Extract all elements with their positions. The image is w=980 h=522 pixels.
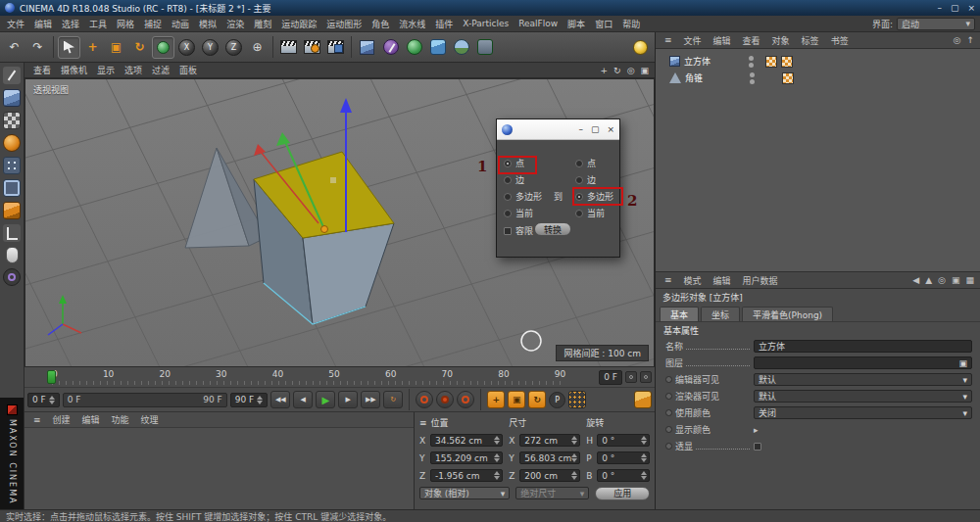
make-editable-button[interactable]: [3, 67, 21, 84]
menu-select[interactable]: 选择: [57, 18, 84, 30]
convert-from-current-option[interactable]: 当前: [504, 207, 533, 219]
close-button[interactable]: ×: [967, 3, 975, 13]
expand-arrow-icon[interactable]: ▸: [754, 425, 759, 435]
object-name[interactable]: 立方体: [684, 55, 739, 68]
menu-sculpt[interactable]: 雕刻: [249, 18, 276, 30]
coordinate-system-button[interactable]: ⊕: [246, 36, 269, 59]
end-frame-field[interactable]: 90 F: [230, 393, 269, 407]
om-menu-file[interactable]: 文件: [679, 34, 707, 47]
next-frame-button[interactable]: ▶: [338, 391, 358, 408]
position-x-input[interactable]: 34.562 cm: [430, 434, 503, 447]
history-up-icon[interactable]: ▲: [925, 275, 932, 285]
om-menu-view[interactable]: 查看: [738, 34, 765, 47]
scroll-to-active-icon[interactable]: ↑: [966, 35, 974, 45]
play-mode-button[interactable]: ↻: [383, 391, 403, 408]
texture-mode-button[interactable]: [3, 112, 21, 129]
keyframe-options-icon[interactable]: [640, 371, 652, 383]
material-list[interactable]: [24, 428, 414, 509]
lock-y-axis-button[interactable]: Y: [199, 36, 221, 59]
convert-to-points-option[interactable]: 点: [575, 157, 596, 169]
am-menu-mode[interactable]: 模式: [679, 274, 707, 287]
convert-button[interactable]: 转换: [534, 222, 571, 236]
viewport-menu-camera[interactable]: 摄像机: [56, 64, 92, 76]
stepper-icon[interactable]: [641, 453, 647, 462]
stepper-icon[interactable]: [571, 436, 577, 445]
tab-basic[interactable]: 基本: [660, 307, 699, 321]
om-menu-tags[interactable]: 标签: [797, 34, 824, 47]
generators-button[interactable]: [403, 36, 425, 59]
frame-ruler[interactable]: 010 2030 4050 6070 8090: [24, 367, 599, 387]
size-y-input[interactable]: 56.803 cm: [519, 451, 580, 464]
animation-dot-icon[interactable]: [665, 376, 672, 383]
primitive-cube-button[interactable]: [356, 36, 378, 59]
interface-select[interactable]: 启动 ▾: [897, 18, 975, 30]
convert-from-polygons-option[interactable]: 多边形: [504, 190, 542, 203]
dialog-close-button[interactable]: ×: [607, 124, 614, 134]
dialog-maximize-button[interactable]: ▢: [591, 124, 600, 134]
editor-visibility-select[interactable]: 默认 ▾: [754, 373, 972, 386]
undo-button[interactable]: ↶: [3, 36, 25, 59]
timeline-ruler[interactable]: 010 2030 4050 6070 8090 0 F: [24, 367, 655, 388]
object-name[interactable]: 角锥: [685, 71, 740, 84]
search-icon[interactable]: ◎: [954, 35, 961, 45]
view-label[interactable]: 透视视图: [33, 83, 69, 96]
apply-button[interactable]: 应用: [595, 487, 650, 500]
camera-button[interactable]: [473, 36, 496, 59]
stepper-icon[interactable]: [641, 436, 647, 445]
position-y-input[interactable]: 155.209 cm: [430, 451, 503, 464]
record-position-toggle[interactable]: +: [487, 391, 505, 408]
lock-z-axis-button[interactable]: Z: [222, 36, 245, 59]
record-rotation-toggle[interactable]: ↻: [528, 391, 546, 408]
viewport-menu-options[interactable]: 选项: [120, 64, 147, 76]
name-input[interactable]: 立方体: [754, 340, 972, 353]
animation-dot-icon[interactable]: [665, 443, 672, 450]
menu-mograph[interactable]: 运动图形: [321, 18, 367, 30]
panel-grid-icon[interactable]: ▦: [965, 275, 974, 285]
keyframe-icon[interactable]: [625, 371, 637, 383]
am-menu-edit[interactable]: 编辑: [709, 274, 736, 287]
size-z-input[interactable]: 200 cm: [519, 469, 580, 482]
material-menu-function[interactable]: 功能: [107, 413, 134, 426]
previous-frame-button[interactable]: ◀: [293, 391, 313, 408]
coordinate-mode-select[interactable]: 对象 (相对)▾: [419, 487, 510, 499]
stepper-icon[interactable]: [257, 396, 263, 404]
size-x-input[interactable]: 272 cm: [519, 434, 580, 447]
last-used-tool[interactable]: [152, 36, 174, 59]
environment-button[interactable]: [450, 36, 472, 59]
xray-checkbox[interactable]: [754, 443, 761, 451]
menu-xparticles[interactable]: X-Particles: [458, 19, 514, 28]
menu-animate[interactable]: 动画: [167, 18, 194, 30]
render-settings-button[interactable]: [324, 36, 347, 59]
rotate-tool[interactable]: ↻: [128, 36, 151, 59]
enable-axis-button[interactable]: [3, 224, 21, 242]
menu-file[interactable]: 文件: [2, 18, 29, 30]
points-mode-button[interactable]: [3, 157, 21, 174]
visibility-dots-icon[interactable]: [750, 72, 755, 84]
rotation-b-input[interactable]: 0 °: [597, 469, 650, 482]
pan-view-icon[interactable]: +: [601, 66, 609, 75]
menu-simulate[interactable]: 模拟: [194, 18, 221, 30]
zoom-view-icon[interactable]: ◎: [627, 66, 635, 75]
redo-button[interactable]: ↷: [26, 36, 49, 59]
viewport-solo-button[interactable]: [6, 247, 19, 263]
maximize-view-icon[interactable]: ▣: [640, 66, 649, 75]
stepper-icon[interactable]: [571, 471, 577, 480]
animation-dot-icon[interactable]: [665, 409, 672, 416]
menu-mesh[interactable]: 网格: [112, 18, 139, 30]
record-keyframe-button[interactable]: [416, 391, 433, 408]
use-color-select[interactable]: 关闭 ▾: [754, 406, 972, 419]
stepper-icon[interactable]: [494, 436, 500, 445]
rotation-p-input[interactable]: 0 °: [597, 451, 650, 464]
goto-end-button[interactable]: ▶▶: [361, 391, 380, 408]
viewport-menu-filter[interactable]: 过滤: [147, 64, 174, 76]
om-menu-edit[interactable]: 编辑: [709, 34, 736, 47]
menu-render[interactable]: 渲染: [221, 18, 249, 30]
am-menu-userdata[interactable]: 用户数据: [738, 274, 783, 287]
rotation-h-input[interactable]: 0 °: [597, 434, 650, 447]
size-mode-select[interactable]: 绝对尺寸▾: [515, 487, 589, 499]
viewport-menu-panel[interactable]: 面板: [174, 64, 202, 76]
render-to-picture-viewer-button[interactable]: [301, 36, 323, 59]
material-menu-create[interactable]: 创建: [48, 413, 75, 426]
edges-mode-button[interactable]: [3, 179, 21, 197]
record-parameter-toggle[interactable]: P: [549, 392, 565, 408]
